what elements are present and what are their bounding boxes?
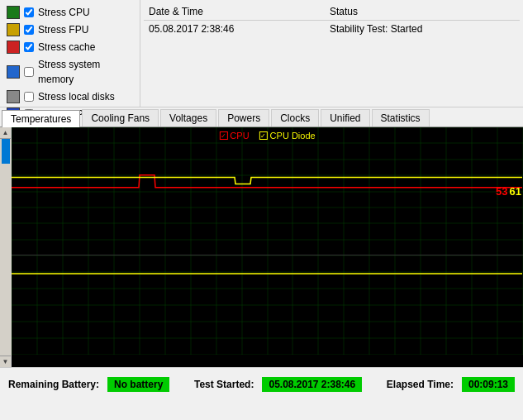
- test-started-value: 05.08.2017 2:38:46: [262, 377, 362, 392]
- stress-label-memory: Stress system memory: [38, 57, 133, 87]
- elapsed-value: 00:09:13: [462, 377, 515, 392]
- upper-chart-legend: ✓ CPU ✓ CPU Diode: [219, 131, 315, 141]
- log-row: 05.08.2017 2:38:46Stability Test: Starte…: [144, 21, 520, 38]
- battery-value: No battery: [107, 377, 169, 392]
- temp-labels: 53 61: [496, 185, 521, 198]
- tab-clocks[interactable]: Clocks: [271, 109, 319, 126]
- fpu-icon: [7, 23, 20, 36]
- stress-item-cache: Stress cache: [7, 40, 133, 55]
- checkbox-memory[interactable]: [24, 67, 34, 77]
- tab-cooling-fans[interactable]: Cooling Fans: [82, 109, 159, 126]
- stress-item-memory: Stress system memory: [7, 57, 133, 87]
- stress-label-fpu: Stress FPU: [38, 22, 88, 37]
- legend-cpu-diode-label: CPU Diode: [270, 131, 316, 141]
- test-started-label: Test Started:: [194, 379, 254, 390]
- stress-label-disks: Stress local disks: [38, 89, 115, 104]
- tab-voltages[interactable]: Voltages: [160, 109, 216, 126]
- stress-item-disks: Stress local disks: [7, 89, 133, 104]
- battery-label: Remaining Battery:: [8, 379, 99, 390]
- lower-canvas: [12, 255, 523, 355]
- tab-powers[interactable]: Powers: [218, 109, 269, 126]
- mem-icon: [7, 65, 20, 79]
- legend-cpu-diode: ✓ CPU Diode: [259, 131, 316, 141]
- cache-icon: [7, 41, 20, 54]
- stress-label-cache: Stress cache: [38, 40, 95, 55]
- disk-icon: [7, 90, 20, 103]
- scrollbar-thumb[interactable]: [2, 139, 10, 164]
- scrollbar[interactable]: ▲ ▼: [0, 127, 12, 367]
- log-col-status: Status: [325, 3, 520, 21]
- stress-item-cpu: Stress CPU: [7, 5, 133, 20]
- cpu-icon: [7, 6, 20, 19]
- log-datetime: 05.08.2017 2:38:46: [144, 21, 325, 38]
- legend-cpu: ✓ CPU: [219, 131, 249, 141]
- legend-cpu-label: CPU: [230, 131, 249, 141]
- log-status: Stability Test: Started: [325, 21, 520, 38]
- stress-item-fpu: Stress FPU: [7, 22, 133, 37]
- stress-label-cpu: Stress CPU: [38, 5, 90, 20]
- checkbox-cpu[interactable]: [24, 7, 34, 17]
- tab-statistics[interactable]: Statistics: [372, 109, 430, 126]
- log-table: Date & Time Status 05.08.2017 2:38:46Sta…: [144, 3, 520, 37]
- cpu-checkbox[interactable]: ✓: [219, 131, 227, 140]
- checkbox-cache[interactable]: [24, 42, 34, 52]
- temp-yellow: 61: [510, 185, 521, 198]
- lower-chart: CPU Usage 100% 0% 100%: [12, 255, 523, 355]
- checkbox-fpu[interactable]: [24, 25, 34, 35]
- tab-unified[interactable]: Unified: [321, 109, 369, 126]
- upper-canvas: [12, 127, 523, 255]
- upper-chart: ✓ CPU ✓ CPU Diode 100°c 0°c 53 61: [12, 127, 523, 255]
- checkbox-disks[interactable]: [24, 92, 34, 102]
- tab-temperatures[interactable]: Temperatures: [2, 110, 80, 127]
- tab-bar: TemperaturesCooling FansVoltagesPowersCl…: [0, 107, 523, 127]
- log-col-datetime: Date & Time: [144, 3, 325, 21]
- cpu-diode-checkbox[interactable]: ✓: [259, 131, 268, 140]
- elapsed-label: Elapsed Time:: [387, 379, 454, 390]
- status-bar: Remaining Battery: No battery Test Start…: [0, 367, 523, 400]
- temp-red: 53: [496, 185, 507, 198]
